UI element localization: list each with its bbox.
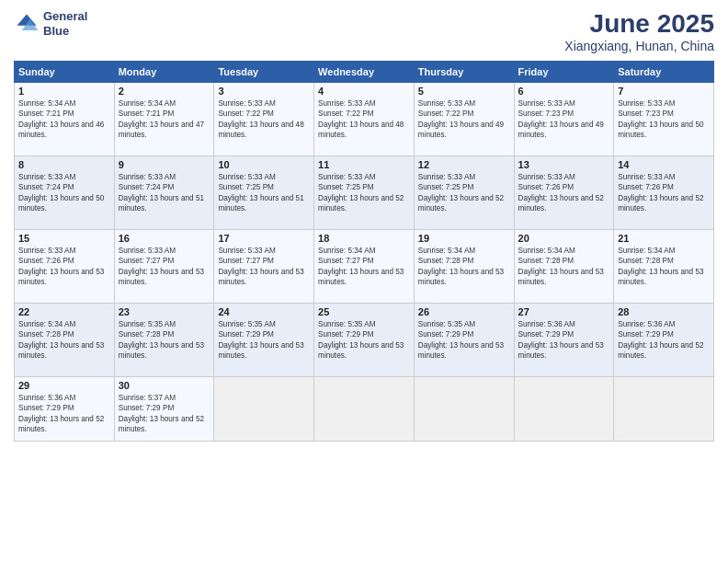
location: Xiangxiang, Hunan, China <box>564 39 714 53</box>
table-row <box>514 377 614 442</box>
table-row: 20Sunrise: 5:34 AMSunset: 7:28 PMDayligh… <box>514 230 614 304</box>
month-title: June 2025 <box>564 9 714 39</box>
table-row: 11Sunrise: 5:33 AMSunset: 7:25 PMDayligh… <box>314 156 415 230</box>
table-row: 1Sunrise: 5:34 AMSunset: 7:21 PMDaylight… <box>15 83 115 156</box>
header-wednesday: Wednesday <box>314 62 415 83</box>
table-row: 7Sunrise: 5:33 AMSunset: 7:23 PMDaylight… <box>614 83 714 156</box>
table-row <box>614 377 714 442</box>
table-row: 12Sunrise: 5:33 AMSunset: 7:25 PMDayligh… <box>414 156 514 230</box>
table-row <box>314 377 415 442</box>
table-row: 16Sunrise: 5:33 AMSunset: 7:27 PMDayligh… <box>114 230 214 304</box>
table-row: 28Sunrise: 5:36 AMSunset: 7:29 PMDayligh… <box>614 304 714 377</box>
table-row: 21Sunrise: 5:34 AMSunset: 7:28 PMDayligh… <box>614 230 714 304</box>
table-row: 13Sunrise: 5:33 AMSunset: 7:26 PMDayligh… <box>514 156 614 230</box>
title-block: June 2025 Xiangxiang, Hunan, China <box>564 9 714 53</box>
logo-text: General Blue <box>43 9 87 38</box>
header-tuesday: Tuesday <box>214 62 314 83</box>
table-row: 2Sunrise: 5:34 AMSunset: 7:21 PMDaylight… <box>114 83 214 156</box>
table-row: 23Sunrise: 5:35 AMSunset: 7:28 PMDayligh… <box>114 304 214 377</box>
logo-icon <box>14 11 40 37</box>
header: General Blue June 2025 Xiangxiang, Hunan… <box>14 9 714 53</box>
table-row: 8Sunrise: 5:33 AMSunset: 7:24 PMDaylight… <box>15 156 115 230</box>
table-row: 15Sunrise: 5:33 AMSunset: 7:26 PMDayligh… <box>15 230 115 304</box>
weekday-header-row: Sunday Monday Tuesday Wednesday Thursday… <box>15 62 714 83</box>
table-row: 6Sunrise: 5:33 AMSunset: 7:23 PMDaylight… <box>514 83 614 156</box>
table-row: 3Sunrise: 5:33 AMSunset: 7:22 PMDaylight… <box>214 83 314 156</box>
header-friday: Friday <box>514 62 614 83</box>
table-row: 29Sunrise: 5:36 AMSunset: 7:29 PMDayligh… <box>15 377 115 442</box>
table-row: 27Sunrise: 5:36 AMSunset: 7:29 PMDayligh… <box>514 304 614 377</box>
table-row: 4Sunrise: 5:33 AMSunset: 7:22 PMDaylight… <box>314 83 415 156</box>
table-row: 19Sunrise: 5:34 AMSunset: 7:28 PMDayligh… <box>414 230 514 304</box>
table-row: 10Sunrise: 5:33 AMSunset: 7:25 PMDayligh… <box>214 156 314 230</box>
table-row: 26Sunrise: 5:35 AMSunset: 7:29 PMDayligh… <box>414 304 514 377</box>
header-saturday: Saturday <box>614 62 714 83</box>
header-sunday: Sunday <box>15 62 115 83</box>
logo: General Blue <box>14 9 87 38</box>
table-row <box>414 377 514 442</box>
table-row: 25Sunrise: 5:35 AMSunset: 7:29 PMDayligh… <box>314 304 415 377</box>
table-row: 5Sunrise: 5:33 AMSunset: 7:22 PMDaylight… <box>414 83 514 156</box>
table-row: 30Sunrise: 5:37 AMSunset: 7:29 PMDayligh… <box>114 377 214 442</box>
table-row: 18Sunrise: 5:34 AMSunset: 7:27 PMDayligh… <box>314 230 415 304</box>
table-row: 14Sunrise: 5:33 AMSunset: 7:26 PMDayligh… <box>614 156 714 230</box>
table-row <box>214 377 314 442</box>
table-row: 17Sunrise: 5:33 AMSunset: 7:27 PMDayligh… <box>214 230 314 304</box>
table-row: 22Sunrise: 5:34 AMSunset: 7:28 PMDayligh… <box>15 304 115 377</box>
header-monday: Monday <box>114 62 214 83</box>
page: General Blue June 2025 Xiangxiang, Hunan… <box>0 0 728 563</box>
header-thursday: Thursday <box>414 62 514 83</box>
calendar-table: Sunday Monday Tuesday Wednesday Thursday… <box>14 61 714 442</box>
table-row: 9Sunrise: 5:33 AMSunset: 7:24 PMDaylight… <box>114 156 214 230</box>
table-row: 24Sunrise: 5:35 AMSunset: 7:29 PMDayligh… <box>214 304 314 377</box>
